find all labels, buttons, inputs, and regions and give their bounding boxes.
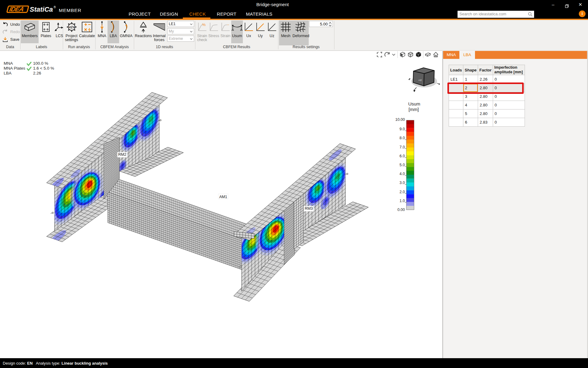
- svg-text:%: %: [202, 22, 206, 27]
- svg-text:®: ®: [54, 6, 56, 9]
- svg-text:RM2: RM2: [118, 152, 126, 157]
- svg-text:+Y: +Y: [418, 79, 422, 82]
- svg-text:[mm]: [mm]: [409, 107, 419, 112]
- svg-text:2.0: 2.0: [400, 190, 405, 194]
- svg-text:AM1: AM1: [219, 195, 227, 199]
- svg-text:Usum: Usum: [408, 101, 420, 106]
- svg-text:6.0: 6.0: [400, 154, 405, 158]
- svg-text:8.0: 8.0: [400, 136, 405, 140]
- svg-text:StatiCa: StatiCa: [30, 6, 53, 13]
- svg-text:10.00: 10.00: [395, 117, 405, 122]
- svg-text:RM3: RM3: [305, 206, 313, 211]
- svg-text:IDEA: IDEA: [9, 6, 24, 13]
- svg-text:9.0: 9.0: [400, 127, 405, 131]
- svg-text:1.0: 1.0: [400, 199, 405, 203]
- svg-text:3.0: 3.0: [400, 181, 405, 185]
- svg-text:0.00: 0.00: [398, 208, 405, 212]
- svg-text:4.0: 4.0: [400, 172, 405, 176]
- svg-text:7.0: 7.0: [400, 145, 405, 149]
- svg-text:</>: </>: [69, 25, 75, 29]
- svg-text:5.0: 5.0: [400, 163, 405, 167]
